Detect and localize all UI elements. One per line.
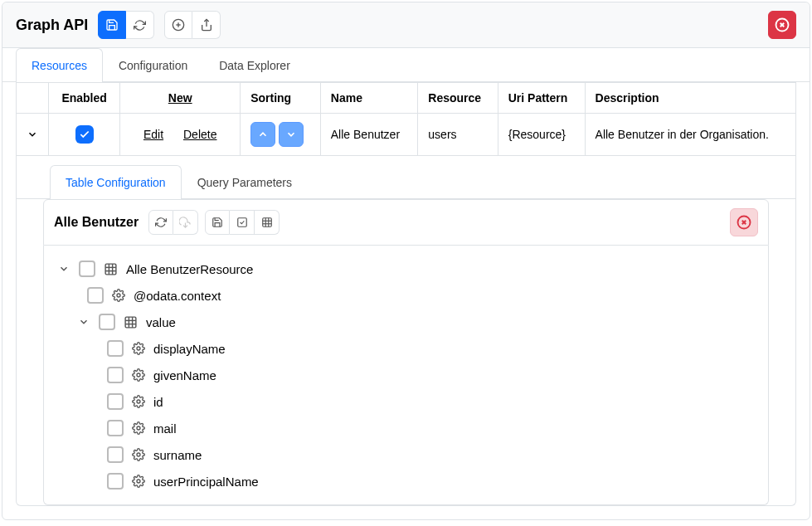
- svg-point-31: [137, 426, 140, 430]
- close-panel-button[interactable]: [768, 11, 796, 39]
- tree-node-label: value: [146, 315, 176, 329]
- save-icon: [105, 18, 119, 32]
- tab-query-params[interactable]: Query Parameters: [182, 165, 308, 199]
- gear-icon: [132, 475, 145, 488]
- refresh-icon: [134, 19, 146, 32]
- svg-rect-9: [263, 218, 272, 227]
- tree-checkbox[interactable]: [107, 367, 124, 383]
- refresh-button[interactable]: [126, 11, 154, 39]
- tree-checkbox[interactable]: [79, 261, 95, 277]
- tab-resources[interactable]: Resources: [16, 48, 103, 82]
- table-row: Edit Delete Alle Benutzer: [17, 114, 796, 156]
- header-btn-group-1: [98, 11, 154, 39]
- col-name: Name: [320, 83, 418, 114]
- svg-point-33: [137, 480, 140, 483]
- grid-icon: [261, 217, 273, 228]
- tree-checkbox[interactable]: [99, 314, 115, 330]
- tree-item: displayName: [107, 335, 755, 362]
- row-resource: users: [418, 114, 498, 156]
- tree-checkbox[interactable]: [107, 446, 124, 463]
- tab-data-explorer[interactable]: Data Explorer: [203, 48, 306, 82]
- config-close-button[interactable]: [730, 208, 758, 236]
- tree-item-label: givenName: [153, 368, 216, 382]
- edit-link[interactable]: Edit: [143, 128, 163, 141]
- sort-down-button[interactable]: [279, 122, 304, 147]
- config-select-button[interactable]: [230, 210, 255, 235]
- tree-item: id: [107, 388, 755, 415]
- plus-circle-icon: [172, 18, 185, 32]
- panel-title: Graph API: [16, 17, 88, 34]
- tree-toggle[interactable]: [77, 316, 90, 328]
- tree-checkbox[interactable]: [107, 420, 124, 436]
- svg-rect-17: [105, 264, 116, 275]
- table-icon: [104, 262, 118, 276]
- tab-table-config[interactable]: Table Configuration: [50, 165, 182, 199]
- resources-table: Enabled New Sorting Name Resource Uri Pa…: [16, 82, 796, 156]
- config-grid-button[interactable]: [255, 210, 280, 235]
- config-cloud-button[interactable]: [173, 210, 198, 235]
- chevron-down-icon: [58, 263, 70, 275]
- delete-link[interactable]: Delete: [183, 128, 216, 141]
- add-button[interactable]: [164, 11, 192, 39]
- gear-icon: [112, 289, 125, 302]
- tree-checkbox[interactable]: [107, 393, 124, 410]
- tree-item-label: id: [153, 395, 163, 409]
- tree-checkbox[interactable]: [107, 340, 124, 357]
- detail-tabs: Table Configuration Query Parameters: [17, 155, 795, 199]
- col-description: Description: [585, 83, 795, 114]
- tree-root-label: Alle BenutzerResource: [126, 262, 253, 276]
- row-name: Alle Benutzer: [320, 114, 418, 156]
- svg-point-22: [117, 294, 120, 297]
- sort-up-button[interactable]: [250, 122, 275, 147]
- config-title: Alle Benutzer: [54, 215, 139, 230]
- config-save-button[interactable]: [205, 210, 230, 235]
- check-square-icon: [236, 217, 248, 228]
- tree-item-label: surname: [153, 448, 202, 462]
- config-header: Alle Benutzer: [43, 199, 769, 246]
- col-resource: Resource: [418, 83, 498, 114]
- gear-icon: [132, 342, 145, 355]
- row-uri-pattern: {Resource}: [498, 114, 585, 156]
- close-circle-icon: [737, 215, 751, 230]
- config-refresh-button[interactable]: [148, 210, 173, 235]
- svg-rect-23: [125, 317, 136, 328]
- cloud-download-icon: [179, 217, 192, 229]
- new-link[interactable]: New: [168, 91, 192, 105]
- schema-tree: Alle BenutzerResource @odata.context: [43, 246, 769, 505]
- tab-configuration[interactable]: Configuration: [103, 48, 203, 82]
- tree-item-label: displayName: [153, 342, 226, 356]
- svg-point-30: [137, 400, 140, 403]
- tree-checkbox[interactable]: [107, 473, 124, 489]
- svg-rect-8: [238, 218, 247, 227]
- chevron-up-icon: [257, 129, 269, 140]
- tree-item: @odata.context: [87, 282, 755, 309]
- tree-item: mail: [107, 415, 755, 441]
- col-uri-pattern: Uri Pattern: [498, 83, 585, 114]
- tree-checkbox[interactable]: [87, 287, 104, 304]
- chevron-down-icon: [78, 316, 90, 328]
- tree-toggle[interactable]: [57, 263, 71, 275]
- gear-icon: [132, 395, 145, 408]
- export-button[interactable]: [192, 11, 221, 39]
- close-circle-icon: [775, 17, 790, 32]
- header-btn-group-2: [164, 11, 221, 39]
- panel-header: Graph API: [2, 2, 810, 48]
- tree-item-label: userPrincipalName: [153, 475, 259, 489]
- row-description: Alle Benutzer in der Organisation.: [585, 114, 795, 156]
- tree-root-row: Alle BenutzerResource: [57, 256, 755, 282]
- save-icon: [212, 217, 223, 228]
- tree-item-label: mail: [153, 421, 177, 436]
- save-button[interactable]: [98, 11, 126, 39]
- chevron-down-icon: [285, 129, 297, 140]
- svg-point-32: [137, 453, 140, 456]
- detail-panel: Table Configuration Query Parameters All…: [16, 155, 796, 506]
- row-expand-toggle[interactable]: [17, 114, 49, 156]
- gear-icon: [132, 368, 145, 382]
- enabled-checkbox[interactable]: [75, 125, 94, 144]
- col-enabled: Enabled: [49, 83, 120, 114]
- table-icon: [124, 315, 138, 329]
- refresh-icon: [155, 217, 167, 228]
- tree-item: surname: [107, 441, 755, 468]
- main-tabs: Resources Configuration Data Explorer: [2, 48, 810, 82]
- gear-icon: [132, 421, 145, 435]
